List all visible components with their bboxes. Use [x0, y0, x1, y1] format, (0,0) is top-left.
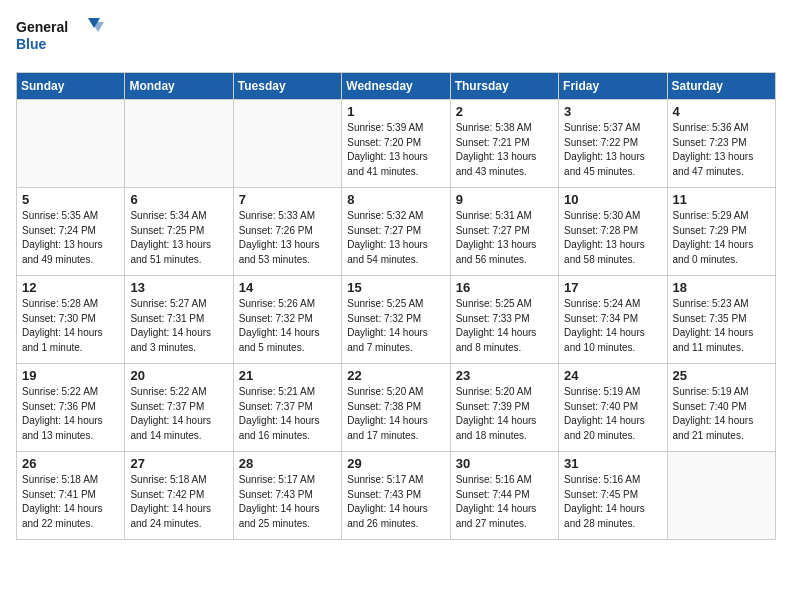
calendar-cell: 13Sunrise: 5:27 AM Sunset: 7:31 PM Dayli…	[125, 276, 233, 364]
day-number: 25	[673, 368, 770, 383]
calendar-cell: 29Sunrise: 5:17 AM Sunset: 7:43 PM Dayli…	[342, 452, 450, 540]
calendar-cell: 20Sunrise: 5:22 AM Sunset: 7:37 PM Dayli…	[125, 364, 233, 452]
calendar-cell: 6Sunrise: 5:34 AM Sunset: 7:25 PM Daylig…	[125, 188, 233, 276]
calendar-cell: 27Sunrise: 5:18 AM Sunset: 7:42 PM Dayli…	[125, 452, 233, 540]
calendar-cell: 11Sunrise: 5:29 AM Sunset: 7:29 PM Dayli…	[667, 188, 775, 276]
day-number: 27	[130, 456, 227, 471]
day-info: Sunrise: 5:22 AM Sunset: 7:36 PM Dayligh…	[22, 385, 119, 443]
day-info: Sunrise: 5:18 AM Sunset: 7:41 PM Dayligh…	[22, 473, 119, 531]
col-header-thursday: Thursday	[450, 73, 558, 100]
col-header-monday: Monday	[125, 73, 233, 100]
calendar-table: SundayMondayTuesdayWednesdayThursdayFrid…	[16, 72, 776, 540]
day-info: Sunrise: 5:23 AM Sunset: 7:35 PM Dayligh…	[673, 297, 770, 355]
day-number: 26	[22, 456, 119, 471]
calendar-cell: 25Sunrise: 5:19 AM Sunset: 7:40 PM Dayli…	[667, 364, 775, 452]
calendar-cell: 2Sunrise: 5:38 AM Sunset: 7:21 PM Daylig…	[450, 100, 558, 188]
day-number: 30	[456, 456, 553, 471]
calendar-cell: 10Sunrise: 5:30 AM Sunset: 7:28 PM Dayli…	[559, 188, 667, 276]
calendar-cell: 4Sunrise: 5:36 AM Sunset: 7:23 PM Daylig…	[667, 100, 775, 188]
day-info: Sunrise: 5:20 AM Sunset: 7:39 PM Dayligh…	[456, 385, 553, 443]
day-info: Sunrise: 5:26 AM Sunset: 7:32 PM Dayligh…	[239, 297, 336, 355]
week-row-1: 5Sunrise: 5:35 AM Sunset: 7:24 PM Daylig…	[17, 188, 776, 276]
day-number: 10	[564, 192, 661, 207]
col-header-tuesday: Tuesday	[233, 73, 341, 100]
col-header-sunday: Sunday	[17, 73, 125, 100]
day-number: 17	[564, 280, 661, 295]
day-number: 1	[347, 104, 444, 119]
day-info: Sunrise: 5:31 AM Sunset: 7:27 PM Dayligh…	[456, 209, 553, 267]
day-number: 31	[564, 456, 661, 471]
calendar-cell: 31Sunrise: 5:16 AM Sunset: 7:45 PM Dayli…	[559, 452, 667, 540]
day-info: Sunrise: 5:33 AM Sunset: 7:26 PM Dayligh…	[239, 209, 336, 267]
logo: General Blue	[16, 16, 106, 60]
day-info: Sunrise: 5:35 AM Sunset: 7:24 PM Dayligh…	[22, 209, 119, 267]
calendar-cell: 15Sunrise: 5:25 AM Sunset: 7:32 PM Dayli…	[342, 276, 450, 364]
day-info: Sunrise: 5:28 AM Sunset: 7:30 PM Dayligh…	[22, 297, 119, 355]
day-info: Sunrise: 5:17 AM Sunset: 7:43 PM Dayligh…	[239, 473, 336, 531]
page-header: General Blue	[16, 16, 776, 60]
calendar-cell: 23Sunrise: 5:20 AM Sunset: 7:39 PM Dayli…	[450, 364, 558, 452]
day-number: 16	[456, 280, 553, 295]
day-number: 21	[239, 368, 336, 383]
day-number: 14	[239, 280, 336, 295]
day-number: 13	[130, 280, 227, 295]
days-header-row: SundayMondayTuesdayWednesdayThursdayFrid…	[17, 73, 776, 100]
day-number: 3	[564, 104, 661, 119]
calendar-cell: 28Sunrise: 5:17 AM Sunset: 7:43 PM Dayli…	[233, 452, 341, 540]
day-info: Sunrise: 5:34 AM Sunset: 7:25 PM Dayligh…	[130, 209, 227, 267]
calendar-cell	[233, 100, 341, 188]
calendar-cell: 30Sunrise: 5:16 AM Sunset: 7:44 PM Dayli…	[450, 452, 558, 540]
calendar-cell	[667, 452, 775, 540]
col-header-wednesday: Wednesday	[342, 73, 450, 100]
day-info: Sunrise: 5:29 AM Sunset: 7:29 PM Dayligh…	[673, 209, 770, 267]
day-number: 8	[347, 192, 444, 207]
day-info: Sunrise: 5:16 AM Sunset: 7:44 PM Dayligh…	[456, 473, 553, 531]
day-info: Sunrise: 5:19 AM Sunset: 7:40 PM Dayligh…	[564, 385, 661, 443]
week-row-0: 1Sunrise: 5:39 AM Sunset: 7:20 PM Daylig…	[17, 100, 776, 188]
calendar-cell: 3Sunrise: 5:37 AM Sunset: 7:22 PM Daylig…	[559, 100, 667, 188]
calendar-cell: 14Sunrise: 5:26 AM Sunset: 7:32 PM Dayli…	[233, 276, 341, 364]
calendar-cell: 18Sunrise: 5:23 AM Sunset: 7:35 PM Dayli…	[667, 276, 775, 364]
svg-text:General: General	[16, 19, 68, 35]
week-row-3: 19Sunrise: 5:22 AM Sunset: 7:36 PM Dayli…	[17, 364, 776, 452]
day-info: Sunrise: 5:25 AM Sunset: 7:32 PM Dayligh…	[347, 297, 444, 355]
day-info: Sunrise: 5:32 AM Sunset: 7:27 PM Dayligh…	[347, 209, 444, 267]
calendar-cell: 19Sunrise: 5:22 AM Sunset: 7:36 PM Dayli…	[17, 364, 125, 452]
day-info: Sunrise: 5:19 AM Sunset: 7:40 PM Dayligh…	[673, 385, 770, 443]
calendar-cell: 26Sunrise: 5:18 AM Sunset: 7:41 PM Dayli…	[17, 452, 125, 540]
calendar-cell	[17, 100, 125, 188]
day-info: Sunrise: 5:38 AM Sunset: 7:21 PM Dayligh…	[456, 121, 553, 179]
day-info: Sunrise: 5:25 AM Sunset: 7:33 PM Dayligh…	[456, 297, 553, 355]
calendar-cell: 9Sunrise: 5:31 AM Sunset: 7:27 PM Daylig…	[450, 188, 558, 276]
col-header-friday: Friday	[559, 73, 667, 100]
day-number: 11	[673, 192, 770, 207]
day-number: 19	[22, 368, 119, 383]
day-number: 5	[22, 192, 119, 207]
day-info: Sunrise: 5:30 AM Sunset: 7:28 PM Dayligh…	[564, 209, 661, 267]
day-info: Sunrise: 5:21 AM Sunset: 7:37 PM Dayligh…	[239, 385, 336, 443]
calendar-cell: 8Sunrise: 5:32 AM Sunset: 7:27 PM Daylig…	[342, 188, 450, 276]
day-info: Sunrise: 5:24 AM Sunset: 7:34 PM Dayligh…	[564, 297, 661, 355]
calendar-cell: 1Sunrise: 5:39 AM Sunset: 7:20 PM Daylig…	[342, 100, 450, 188]
day-info: Sunrise: 5:39 AM Sunset: 7:20 PM Dayligh…	[347, 121, 444, 179]
calendar-cell: 5Sunrise: 5:35 AM Sunset: 7:24 PM Daylig…	[17, 188, 125, 276]
day-number: 28	[239, 456, 336, 471]
calendar-cell: 12Sunrise: 5:28 AM Sunset: 7:30 PM Dayli…	[17, 276, 125, 364]
day-number: 6	[130, 192, 227, 207]
day-number: 2	[456, 104, 553, 119]
week-row-4: 26Sunrise: 5:18 AM Sunset: 7:41 PM Dayli…	[17, 452, 776, 540]
day-info: Sunrise: 5:22 AM Sunset: 7:37 PM Dayligh…	[130, 385, 227, 443]
calendar-cell: 24Sunrise: 5:19 AM Sunset: 7:40 PM Dayli…	[559, 364, 667, 452]
day-info: Sunrise: 5:16 AM Sunset: 7:45 PM Dayligh…	[564, 473, 661, 531]
day-number: 9	[456, 192, 553, 207]
col-header-saturday: Saturday	[667, 73, 775, 100]
day-info: Sunrise: 5:36 AM Sunset: 7:23 PM Dayligh…	[673, 121, 770, 179]
calendar-cell: 7Sunrise: 5:33 AM Sunset: 7:26 PM Daylig…	[233, 188, 341, 276]
calendar-cell: 17Sunrise: 5:24 AM Sunset: 7:34 PM Dayli…	[559, 276, 667, 364]
logo-svg: General Blue	[16, 16, 106, 60]
day-number: 22	[347, 368, 444, 383]
day-number: 29	[347, 456, 444, 471]
week-row-2: 12Sunrise: 5:28 AM Sunset: 7:30 PM Dayli…	[17, 276, 776, 364]
day-number: 18	[673, 280, 770, 295]
day-info: Sunrise: 5:37 AM Sunset: 7:22 PM Dayligh…	[564, 121, 661, 179]
